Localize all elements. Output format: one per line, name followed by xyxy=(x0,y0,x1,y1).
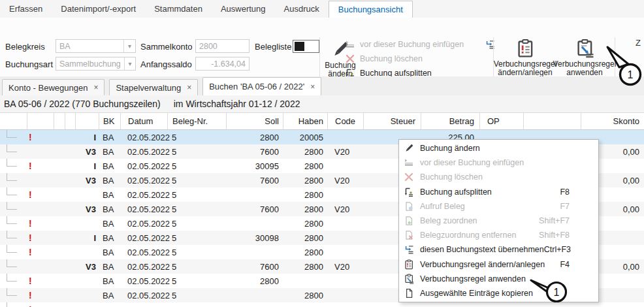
cell-warn: ! xyxy=(27,274,54,288)
cell-sp2 xyxy=(65,144,75,159)
menu-item-shortcut: F8 xyxy=(560,187,570,197)
column-header-datum[interactable]: Datum xyxy=(120,113,167,129)
sammelkonto-input[interactable]: 2800 xyxy=(195,39,250,53)
belegkreis-dropdown[interactable]: BA ▾ xyxy=(56,39,136,53)
menubar-tab-buchungsansicht[interactable]: Buchungsansicht xyxy=(329,1,413,18)
cell-sp2 xyxy=(65,302,75,307)
column-header-code[interactable]: Code xyxy=(327,113,363,129)
cell-warn xyxy=(27,144,54,159)
menu-item-diesen-buchungstext-übernehmen[interactable]: diesen Buchungstext übernehmen Ctrl+F3 xyxy=(399,242,598,257)
column-header-betrag[interactable]: Betrag xyxy=(421,113,479,129)
column-header-belegnr[interactable]: Beleg-Nr. xyxy=(167,113,226,129)
column-header-skonto[interactable]: Skonto xyxy=(581,113,644,129)
menu-item-buchung-ändern[interactable]: Buchung ändern xyxy=(399,141,598,155)
cell-beleg: 5 xyxy=(167,130,226,144)
cell-beleg: 5 xyxy=(167,259,226,274)
cell-sp3 xyxy=(523,302,581,307)
menubar-tab-stammdaten[interactable]: Stammdaten xyxy=(145,0,212,18)
cell-haben: 2800 xyxy=(283,259,327,274)
cell-bk: BA xyxy=(99,259,120,274)
document-tab-bar: Konto - Bewegungen×Stapelverwaltung×Buch… xyxy=(0,76,644,95)
cell-haben: 2800 xyxy=(283,288,327,302)
cell-steuer xyxy=(363,302,421,307)
document-tab-stapelverwaltung[interactable]: Stapelverwaltung× xyxy=(109,79,198,95)
cell-datum: 02.05.2022 xyxy=(120,231,167,245)
cell-sp1 xyxy=(54,187,65,202)
cell-warn: ! xyxy=(27,245,54,259)
column-header-soll[interactable]: Soll xyxy=(226,113,283,129)
cell-bk: BA xyxy=(99,159,120,173)
buchungsart-dropdown[interactable]: Sammelbuchung ▾ xyxy=(56,57,136,71)
menu-item-ausgewählte-einträge-kopieren[interactable]: Ausgewählte Einträge kopieren xyxy=(399,286,598,300)
cell-tree xyxy=(0,144,27,159)
cell-datum: 02.05.2022 xyxy=(120,216,167,231)
rule-apply-icon xyxy=(575,39,594,58)
cell-warn xyxy=(27,173,54,187)
menu-item-shortcut: Ctrl+F3 xyxy=(544,245,571,254)
document-tab-buchen-ba-05-06-2022[interactable]: Buchen 'BA 05-06 / 2022'× xyxy=(202,77,321,95)
cell-sp1 xyxy=(54,274,65,288)
menubar-tab-datenimport-export[interactable]: Datenimport/-export xyxy=(52,0,145,18)
menubar-tab-erfassen[interactable]: Erfassen xyxy=(0,0,52,18)
sammelkonto-label: Sammelkonto xyxy=(140,42,192,52)
cell-tree xyxy=(0,231,27,245)
cell-sp2 xyxy=(65,202,75,216)
menu-item-verbuchungsregel-anwenden[interactable]: Verbuchungsregel anwenden xyxy=(399,272,598,286)
cell-bk: BA xyxy=(99,231,120,245)
cell-soll: 30095 xyxy=(226,159,283,173)
cell-datum: 02.05.2022 xyxy=(120,187,167,202)
column-header-op[interactable]: OP xyxy=(479,113,523,129)
cell-datum: 02.05.2022 xyxy=(120,173,167,187)
cell-haben: 2800 xyxy=(283,159,327,173)
cell-code xyxy=(327,187,363,202)
toggle-knob xyxy=(295,42,304,51)
delete-x-icon xyxy=(345,54,355,64)
cell-sp1 xyxy=(54,216,65,231)
buchungsart-label: Buchungsart xyxy=(5,59,53,69)
grid-header: BKDatumBeleg-Nr.SollHabenCodeSteuerBetra… xyxy=(0,112,644,130)
cell-haben: 20005 xyxy=(283,130,327,144)
cell-haben: 2800 xyxy=(283,302,327,307)
cell-sp2 xyxy=(65,130,75,144)
cell-soll xyxy=(226,187,283,202)
cell-tree xyxy=(0,274,27,288)
booking-application-window: ErfassenDatenimport/-exportStammdatenAus… xyxy=(0,0,644,307)
booking-row[interactable]: !BA02.05.202252800 xyxy=(0,302,644,307)
column-header-steuer[interactable]: Steuer xyxy=(363,113,421,129)
belegliste-toggle[interactable] xyxy=(293,40,319,53)
menu-item-shortcut: Shift+F8 xyxy=(539,231,570,240)
pencil-icon xyxy=(404,143,414,154)
cell-st xyxy=(75,216,99,231)
anfangssaldo-input[interactable]: -1.634,04 xyxy=(195,57,250,71)
close-icon[interactable]: × xyxy=(187,83,191,92)
cell-st: I xyxy=(75,159,99,173)
cell-soll: 7600 xyxy=(226,202,283,216)
ribbon-tab-bar: ErfassenDatenimport/-exportStammdatenAus… xyxy=(0,0,644,18)
menubar-tab-ausdruck[interactable]: Ausdruck xyxy=(275,0,329,18)
close-icon[interactable]: × xyxy=(310,82,315,91)
menu-item-verbuchungsregel-ändern-anlegen[interactable]: Verbuchungsregel ändern/anlegen F4 xyxy=(399,257,598,272)
cell-beleg: 5 xyxy=(167,288,226,302)
cell-warn: ! xyxy=(27,302,54,307)
close-icon[interactable]: × xyxy=(93,83,98,92)
fiscal-year-label: im Wirtschaftsjahr 01-12 / 2022 xyxy=(174,99,300,109)
cell-skonto xyxy=(581,302,644,307)
cell-haben: 2800 xyxy=(283,231,327,245)
menu-item-buchung-aufsplitten[interactable]: Buchung aufsplitten F8 xyxy=(399,185,598,199)
cell-code: V20 xyxy=(327,259,363,274)
column-header-empty xyxy=(75,113,99,129)
menu-item-belegzuordnung-entfernen: Belegzuordnung entfernen Shift+F8 xyxy=(399,228,598,242)
column-header-bk[interactable]: BK xyxy=(99,113,120,129)
cell-warn xyxy=(27,259,54,274)
document-tab-konto-bewegungen[interactable]: Konto - Bewegungen× xyxy=(2,79,105,95)
cell-sp1 xyxy=(54,173,65,187)
cell-datum: 02.05.2022 xyxy=(120,302,167,307)
menu-item-label: diesen Buchungstext übernehmen xyxy=(420,245,544,254)
menubar-tab-auswertung[interactable]: Auswertung xyxy=(212,0,275,18)
cell-beleg: 5 xyxy=(167,302,226,307)
belegliste-label: Belegliste xyxy=(255,42,291,52)
column-header-haben[interactable]: Haben xyxy=(283,113,327,129)
cell-st: I xyxy=(75,130,99,144)
cell-haben: 2800 xyxy=(283,173,327,187)
cell-beleg: 5 xyxy=(167,173,226,187)
